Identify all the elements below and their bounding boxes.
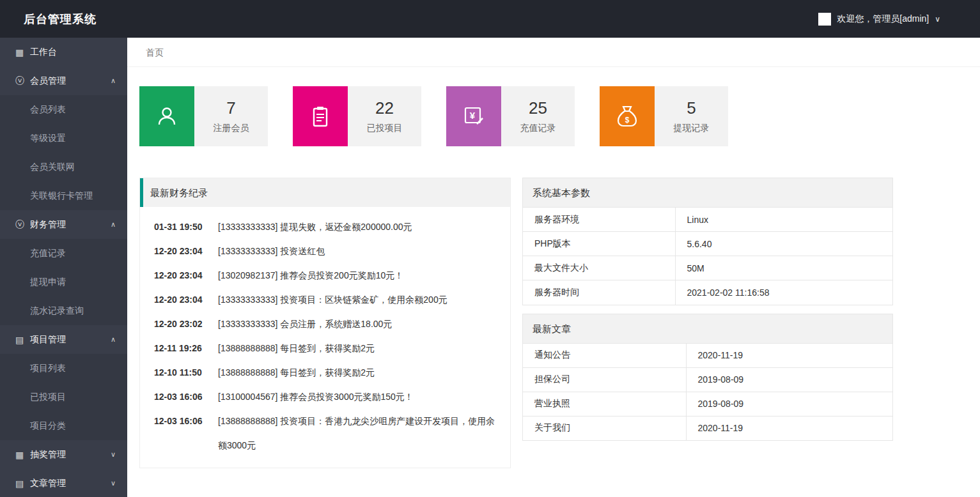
sidebar-item-level-settings[interactable]: 等级设置 bbox=[0, 124, 127, 153]
article-date: 2019-08-09 bbox=[686, 367, 892, 392]
param-name: 服务器时间 bbox=[523, 280, 675, 305]
article-title[interactable]: 担保公司 bbox=[523, 367, 686, 392]
sidebar-item-bank-cards[interactable]: 关联银行卡管理 bbox=[0, 181, 127, 210]
dashboard-content: 7 注册会员 22 已投项目 bbox=[127, 67, 980, 468]
chevron-up-icon: ∧ bbox=[111, 335, 116, 344]
user-icon bbox=[154, 103, 180, 129]
sidebar-item-project-categories[interactable]: 项目分类 bbox=[0, 411, 127, 440]
record-text: [13333333333] 提现失败，返还金额200000.00元 bbox=[218, 215, 497, 239]
money-bag-icon: $ bbox=[614, 103, 640, 129]
record-time: 12-20 23:04 bbox=[154, 263, 218, 287]
stat-card-recharge-records[interactable]: ¥ 25 充值记录 bbox=[446, 86, 575, 146]
stat-card-withdraw-records[interactable]: $ 5 提现记录 bbox=[600, 86, 728, 146]
right-column: 系统基本参数 服务器环境 Linux PHP版本 5.6.40 bbox=[522, 178, 893, 441]
sidebar-item-recharge-records[interactable]: 充值记录 bbox=[0, 239, 127, 268]
finance-record: 12-10 11:50 [13888888888] 每日签到，获得奖励2元 bbox=[154, 360, 497, 385]
stat-card-registered-members[interactable]: 7 注册会员 bbox=[139, 86, 268, 146]
topbar: 后台管理系统 欢迎您，管理员[admin] ∨ bbox=[0, 0, 980, 38]
svg-text:$: $ bbox=[625, 116, 630, 125]
projects-icon: ▤ bbox=[15, 335, 30, 345]
articles-icon: ▤ bbox=[15, 478, 30, 489]
system-params-table: 服务器环境 Linux PHP版本 5.6.40 最大文件大小 50M bbox=[523, 207, 892, 305]
param-value: Linux bbox=[675, 208, 892, 232]
stat-label: 充值记录 bbox=[520, 123, 556, 134]
param-name: 最大文件大小 bbox=[523, 256, 675, 280]
sidebar-item-project-list[interactable]: 项目列表 bbox=[0, 354, 127, 383]
table-row: PHP版本 5.6.40 bbox=[523, 232, 892, 256]
avatar bbox=[818, 13, 831, 26]
members-icon: ⓥ bbox=[15, 75, 30, 87]
record-text: [13333333333] 投资送红包 bbox=[218, 239, 497, 263]
record-text: [13333333333] 会员注册，系统赠送18.00元 bbox=[218, 312, 497, 336]
yuan-receipt-icon: ¥ bbox=[461, 103, 486, 129]
record-text: [13100004567] 推荐会员投资3000元奖励150元！ bbox=[218, 385, 497, 409]
param-name: 服务器环境 bbox=[523, 208, 675, 232]
sidebar-item-members[interactable]: ⓥ 会员管理 ∧ bbox=[0, 66, 127, 95]
article-title[interactable]: 通知公告 bbox=[523, 343, 686, 367]
article-title[interactable]: 关于我们 bbox=[523, 416, 686, 440]
sidebar-item-lottery[interactable]: ▦ 抽奖管理 ∨ bbox=[0, 440, 127, 469]
clipboard-icon bbox=[307, 103, 333, 129]
welcome-text: 欢迎您，管理员[admin] bbox=[837, 13, 929, 25]
record-time: 01-31 19:50 bbox=[154, 215, 218, 239]
sidebar-item-member-list[interactable]: 会员列表 bbox=[0, 95, 127, 124]
chevron-down-icon: ∨ bbox=[111, 450, 116, 459]
finance-records-panel: 最新财务纪录 01-31 19:50 [13333333333] 提现失败，返还… bbox=[139, 178, 511, 468]
stat-meta: 25 充值记录 bbox=[501, 86, 575, 146]
svg-text:¥: ¥ bbox=[470, 110, 476, 121]
stat-icon-box bbox=[139, 86, 194, 146]
stat-icon-box: ¥ bbox=[446, 86, 501, 146]
stat-value: 25 bbox=[529, 98, 547, 118]
finance-record: 12-11 19:26 [13888888888] 每日签到，获得奖励2元 bbox=[154, 336, 497, 360]
stat-meta: 7 注册会员 bbox=[194, 86, 268, 146]
grid-icon: ▦ bbox=[15, 47, 30, 57]
sidebar-item-label: 项目管理 bbox=[30, 334, 66, 346]
record-text: [13888888888] 每日签到，获得奖励2元 bbox=[218, 360, 497, 385]
finance-record: 12-03 16:06 [13100004567] 推荐会员投资3000元奖励1… bbox=[154, 385, 497, 409]
article-date: 2020-11-19 bbox=[686, 416, 892, 440]
sidebar-item-flow-records[interactable]: 流水记录查询 bbox=[0, 296, 127, 325]
article-date: 2020-11-19 bbox=[686, 343, 892, 367]
param-name: PHP版本 bbox=[523, 232, 675, 256]
panel-title: 最新文章 bbox=[523, 314, 892, 343]
stat-value: 22 bbox=[375, 98, 394, 118]
param-value: 2021-02-02 11:16:58 bbox=[675, 280, 892, 305]
finance-record: 01-31 19:50 [13333333333] 提现失败，返还金额20000… bbox=[154, 215, 497, 239]
app-title: 后台管理系统 bbox=[0, 11, 97, 27]
sidebar-item-withdraw-requests[interactable]: 提现申请 bbox=[0, 268, 127, 296]
panels-row: 最新财务纪录 01-31 19:50 [13333333333] 提现失败，返还… bbox=[139, 178, 980, 468]
finance-record-list: 01-31 19:50 [13333333333] 提现失败，返还金额20000… bbox=[140, 207, 510, 468]
finance-icon: ⓥ bbox=[15, 219, 30, 231]
record-time: 12-20 23:02 bbox=[154, 312, 218, 336]
stat-card-invested-projects[interactable]: 22 已投项目 bbox=[293, 86, 421, 146]
record-time: 12-20 23:04 bbox=[154, 239, 218, 263]
sidebar-item-workbench[interactable]: ▦ 工作台 bbox=[0, 38, 127, 66]
latest-articles-panel: 最新文章 通知公告 2020-11-19 担保公司 2019-08-09 bbox=[522, 314, 893, 441]
sidebar-item-invested-projects[interactable]: 已投项目 bbox=[0, 383, 127, 411]
latest-articles-table: 通知公告 2020-11-19 担保公司 2019-08-09 营业执照 201… bbox=[523, 343, 892, 441]
table-row: 服务器时间 2021-02-02 11:16:58 bbox=[523, 280, 892, 305]
record-text: [13888888888] 每日签到，获得奖励2元 bbox=[218, 336, 497, 360]
param-value: 50M bbox=[675, 256, 892, 280]
sidebar-item-label: 财务管理 bbox=[30, 219, 66, 231]
finance-record: 12-20 23:04 [13333333333] 投资送红包 bbox=[154, 239, 497, 263]
stat-icon-box bbox=[293, 86, 348, 146]
stat-meta: 22 已投项目 bbox=[348, 86, 421, 146]
sidebar-item-member-network[interactable]: 会员关联网 bbox=[0, 153, 127, 181]
table-row: 营业执照 2019-08-09 bbox=[523, 392, 892, 416]
chevron-up-icon: ∧ bbox=[111, 77, 116, 85]
sidebar-item-finance[interactable]: ⓥ 财务管理 ∧ bbox=[0, 210, 127, 239]
stat-value: 5 bbox=[687, 98, 696, 118]
article-title[interactable]: 营业执照 bbox=[523, 392, 686, 416]
breadcrumb-home[interactable]: 首页 bbox=[146, 47, 164, 57]
sidebar-item-projects[interactable]: ▤ 项目管理 ∧ bbox=[0, 325, 127, 354]
sidebar-item-articles[interactable]: ▤ 文章管理 ∨ bbox=[0, 469, 127, 497]
record-text: [13020982137] 推荐会员投资200元奖励10元！ bbox=[218, 263, 497, 287]
main-area: 首页 7 注册会员 bbox=[127, 38, 980, 468]
stat-label: 提现记录 bbox=[674, 123, 710, 134]
system-params-panel: 系统基本参数 服务器环境 Linux PHP版本 5.6.40 bbox=[522, 178, 893, 305]
finance-record: 12-03 16:06 [13888888888] 投资项目：香港九龙尖沙咀房产… bbox=[154, 409, 497, 457]
stat-value: 7 bbox=[226, 98, 235, 118]
user-menu[interactable]: 欢迎您，管理员[admin] ∨ bbox=[818, 13, 980, 26]
stat-label: 注册会员 bbox=[214, 123, 249, 134]
